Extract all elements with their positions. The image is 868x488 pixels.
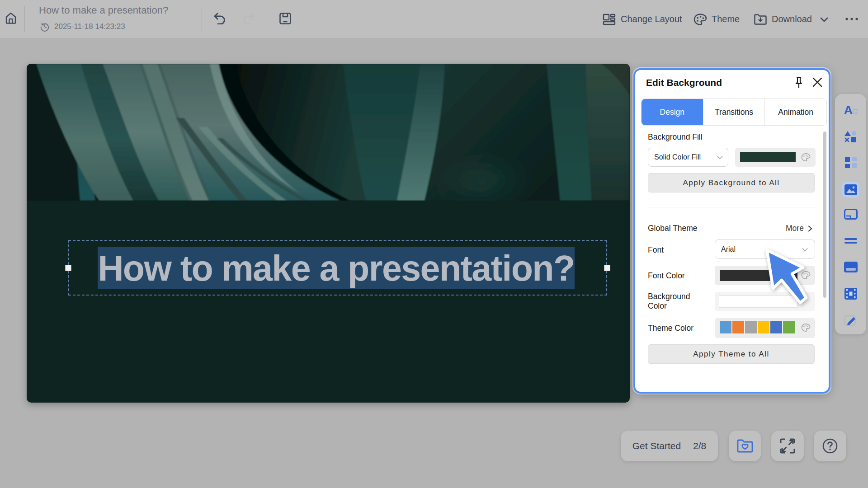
svg-text:A: A <box>844 104 853 116</box>
